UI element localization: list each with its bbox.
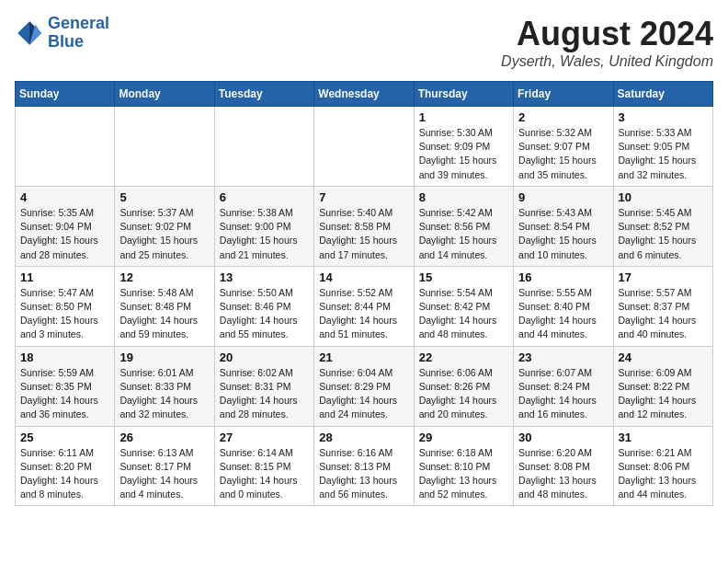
day-info: Sunrise: 5:57 AMSunset: 8:37 PMDaylight:… (619, 286, 708, 342)
day-number: 6 (220, 190, 309, 204)
day-info: Sunrise: 5:48 AMSunset: 8:48 PMDaylight:… (119, 286, 209, 342)
week-row-2: 4Sunrise: 5:35 AMSunset: 9:04 PMDaylight… (16, 186, 713, 266)
day-number: 13 (220, 270, 309, 284)
day-cell: 22Sunrise: 6:06 AMSunset: 8:26 PMDayligh… (414, 346, 513, 426)
week-row-3: 11Sunrise: 5:47 AMSunset: 8:50 PMDayligh… (16, 266, 713, 346)
day-number: 15 (419, 270, 508, 284)
day-header-monday: Monday (115, 82, 214, 107)
day-cell: 9Sunrise: 5:43 AMSunset: 8:54 PMDaylight… (514, 186, 613, 266)
day-number: 23 (518, 350, 608, 364)
day-number: 18 (20, 350, 109, 364)
day-info: Sunrise: 6:21 AMSunset: 8:06 PMDaylight:… (619, 446, 708, 502)
logo-line1: General (48, 14, 109, 32)
day-number: 19 (119, 350, 209, 364)
month-title: August 2024 (501, 15, 713, 53)
day-number: 4 (20, 190, 109, 204)
day-cell: 14Sunrise: 5:52 AMSunset: 8:44 PMDayligh… (314, 266, 414, 346)
day-cell: 8Sunrise: 5:42 AMSunset: 8:56 PMDaylight… (414, 186, 513, 266)
day-cell (115, 107, 214, 187)
day-header-wednesday: Wednesday (314, 82, 414, 107)
day-number: 17 (619, 270, 708, 284)
day-number: 27 (220, 431, 309, 444)
day-info: Sunrise: 5:54 AMSunset: 8:42 PMDaylight:… (419, 286, 508, 342)
day-header-friday: Friday (514, 82, 613, 107)
day-info: Sunrise: 6:20 AMSunset: 8:08 PMDaylight:… (518, 446, 608, 502)
day-number: 11 (20, 270, 109, 284)
day-info: Sunrise: 5:40 AMSunset: 8:58 PMDaylight:… (319, 206, 408, 262)
logo-line2: Blue (48, 32, 84, 51)
day-info: Sunrise: 5:43 AMSunset: 8:54 PMDaylight:… (518, 206, 608, 262)
calendar-header-row: SundayMondayTuesdayWednesdayThursdayFrid… (16, 82, 713, 107)
day-number: 26 (119, 431, 209, 444)
day-number: 29 (419, 431, 508, 444)
day-info: Sunrise: 5:30 AMSunset: 9:09 PMDaylight:… (419, 126, 508, 182)
day-info: Sunrise: 5:42 AMSunset: 8:56 PMDaylight:… (419, 206, 508, 262)
day-info: Sunrise: 6:18 AMSunset: 8:10 PMDaylight:… (419, 446, 508, 502)
day-cell: 15Sunrise: 5:54 AMSunset: 8:42 PMDayligh… (414, 266, 513, 346)
day-cell: 23Sunrise: 6:07 AMSunset: 8:24 PMDayligh… (514, 346, 613, 426)
page-header: General Blue August 2024 Dyserth, Wales,… (15, 15, 713, 70)
day-info: Sunrise: 5:55 AMSunset: 8:40 PMDaylight:… (518, 286, 608, 342)
day-number: 1 (419, 110, 508, 124)
calendar: SundayMondayTuesdayWednesdayThursdayFrid… (15, 81, 713, 506)
day-info: Sunrise: 6:16 AMSunset: 8:13 PMDaylight:… (319, 446, 408, 502)
day-cell: 29Sunrise: 6:18 AMSunset: 8:10 PMDayligh… (414, 426, 513, 506)
day-info: Sunrise: 5:35 AMSunset: 9:04 PMDaylight:… (20, 206, 109, 262)
day-info: Sunrise: 5:38 AMSunset: 9:00 PMDaylight:… (220, 206, 309, 262)
day-number: 30 (518, 431, 608, 444)
day-cell (214, 107, 313, 187)
week-row-5: 25Sunrise: 6:11 AMSunset: 8:20 PMDayligh… (16, 426, 713, 506)
day-cell: 11Sunrise: 5:47 AMSunset: 8:50 PMDayligh… (16, 266, 115, 346)
day-info: Sunrise: 5:47 AMSunset: 8:50 PMDaylight:… (20, 286, 109, 342)
day-info: Sunrise: 6:04 AMSunset: 8:29 PMDaylight:… (319, 366, 408, 422)
day-cell: 10Sunrise: 5:45 AMSunset: 8:52 PMDayligh… (613, 186, 712, 266)
day-header-tuesday: Tuesday (214, 82, 313, 107)
day-info: Sunrise: 5:59 AMSunset: 8:35 PMDaylight:… (20, 366, 109, 422)
day-number: 8 (419, 190, 508, 204)
day-cell: 19Sunrise: 6:01 AMSunset: 8:33 PMDayligh… (115, 346, 214, 426)
day-info: Sunrise: 6:14 AMSunset: 8:15 PMDaylight:… (220, 446, 309, 502)
day-cell: 21Sunrise: 6:04 AMSunset: 8:29 PMDayligh… (314, 346, 414, 426)
day-info: Sunrise: 5:45 AMSunset: 8:52 PMDaylight:… (619, 206, 708, 262)
day-cell (314, 107, 414, 187)
day-number: 21 (319, 350, 408, 364)
day-info: Sunrise: 5:33 AMSunset: 9:05 PMDaylight:… (619, 126, 708, 182)
day-number: 25 (20, 431, 109, 444)
day-cell: 2Sunrise: 5:32 AMSunset: 9:07 PMDaylight… (514, 107, 613, 187)
week-row-4: 18Sunrise: 5:59 AMSunset: 8:35 PMDayligh… (16, 346, 713, 426)
day-cell: 7Sunrise: 5:40 AMSunset: 8:58 PMDaylight… (314, 186, 414, 266)
day-cell: 18Sunrise: 5:59 AMSunset: 8:35 PMDayligh… (16, 346, 115, 426)
day-info: Sunrise: 5:37 AMSunset: 9:02 PMDaylight:… (119, 206, 209, 262)
day-number: 9 (518, 190, 608, 204)
day-header-thursday: Thursday (414, 82, 513, 107)
day-info: Sunrise: 5:50 AMSunset: 8:46 PMDaylight:… (220, 286, 309, 342)
logo-icon (15, 18, 44, 48)
day-number: 14 (319, 270, 408, 284)
day-info: Sunrise: 5:32 AMSunset: 9:07 PMDaylight:… (518, 126, 608, 182)
location: Dyserth, Wales, United Kingdom (501, 53, 713, 70)
day-cell (16, 107, 115, 187)
day-cell: 20Sunrise: 6:02 AMSunset: 8:31 PMDayligh… (214, 346, 313, 426)
day-number: 5 (119, 190, 209, 204)
day-cell: 30Sunrise: 6:20 AMSunset: 8:08 PMDayligh… (514, 426, 613, 506)
day-cell: 17Sunrise: 5:57 AMSunset: 8:37 PMDayligh… (613, 266, 712, 346)
day-info: Sunrise: 6:02 AMSunset: 8:31 PMDaylight:… (220, 366, 309, 422)
day-info: Sunrise: 6:07 AMSunset: 8:24 PMDaylight:… (518, 366, 608, 422)
day-info: Sunrise: 5:52 AMSunset: 8:44 PMDaylight:… (319, 286, 408, 342)
day-cell: 16Sunrise: 5:55 AMSunset: 8:40 PMDayligh… (514, 266, 613, 346)
day-cell: 1Sunrise: 5:30 AMSunset: 9:09 PMDaylight… (414, 107, 513, 187)
day-info: Sunrise: 6:13 AMSunset: 8:17 PMDaylight:… (119, 446, 209, 502)
logo: General Blue (15, 15, 109, 52)
day-number: 24 (619, 350, 708, 364)
title-block: August 2024 Dyserth, Wales, United Kingd… (501, 15, 713, 70)
day-number: 2 (518, 110, 608, 124)
day-number: 3 (619, 110, 708, 124)
day-cell: 25Sunrise: 6:11 AMSunset: 8:20 PMDayligh… (16, 426, 115, 506)
day-cell: 4Sunrise: 5:35 AMSunset: 9:04 PMDaylight… (16, 186, 115, 266)
day-cell: 26Sunrise: 6:13 AMSunset: 8:17 PMDayligh… (115, 426, 214, 506)
day-number: 28 (319, 431, 408, 444)
day-number: 16 (518, 270, 608, 284)
day-cell: 28Sunrise: 6:16 AMSunset: 8:13 PMDayligh… (314, 426, 414, 506)
day-cell: 31Sunrise: 6:21 AMSunset: 8:06 PMDayligh… (613, 426, 712, 506)
week-row-1: 1Sunrise: 5:30 AMSunset: 9:09 PMDaylight… (16, 107, 713, 187)
